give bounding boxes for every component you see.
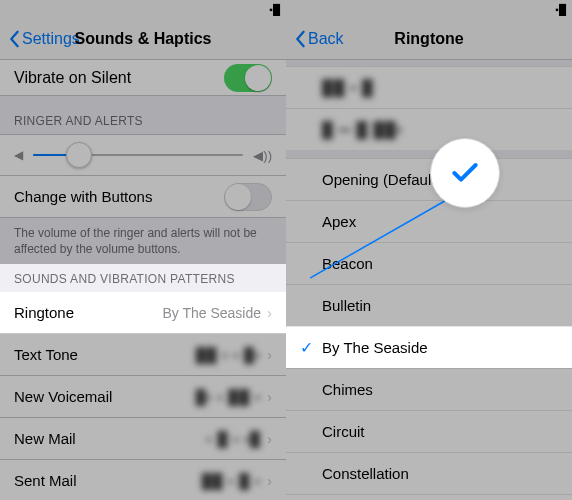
row-label: New Mail	[14, 430, 76, 447]
ringtone-option[interactable]: █ ▪▪ █ ██▪	[286, 108, 572, 150]
checkmark-icon: ✓	[300, 338, 322, 357]
ringtone-row[interactable]: Ringtone By The Seaside ›	[0, 292, 286, 334]
battery-icon: ▪█	[269, 4, 280, 15]
spacer	[286, 150, 572, 158]
change-buttons-toggle[interactable]	[224, 183, 272, 211]
option-label: Apex	[322, 213, 356, 230]
ringtone-option[interactable]: ██ ▪ █	[286, 66, 572, 108]
volume-note: The volume of the ringer and alerts will…	[0, 218, 286, 264]
section-patterns: SOUNDS AND VIBRATION PATTERNS	[0, 264, 286, 292]
ringtone-option[interactable]: Apex	[286, 200, 572, 242]
row-value: ▪ █ ▪ ▪█	[207, 431, 261, 447]
ringtone-option[interactable]: Opening (Default)	[286, 158, 572, 200]
ringtone-option-selected[interactable]: ✓ By The Seaside	[286, 326, 572, 368]
row-value: ██ ▪ ▪ █▪	[196, 347, 261, 363]
ringtone-label: Ringtone	[14, 304, 74, 321]
ringtone-option[interactable]: Constellation	[286, 452, 572, 494]
back-button[interactable]: Back	[294, 30, 344, 48]
option-label: Chimes	[322, 381, 373, 398]
ringtone-option[interactable]: Circuit	[286, 410, 572, 452]
option-label: Constellation	[322, 465, 409, 482]
chevron-right-icon: ›	[267, 388, 272, 405]
speaker-high-icon: ◀))	[253, 148, 272, 163]
chevron-right-icon: ›	[267, 346, 272, 363]
change-buttons-label: Change with Buttons	[14, 188, 152, 205]
row-label: New Voicemail	[14, 388, 112, 405]
slider-knob[interactable]	[66, 142, 92, 168]
option-label: By The Seaside	[322, 339, 428, 356]
chevron-right-icon: ›	[267, 472, 272, 489]
option-label: Beacon	[322, 255, 373, 272]
new-mail-row[interactable]: New Mail ▪ █ ▪ ▪█ ›	[0, 418, 286, 460]
row-label: Text Tone	[14, 346, 78, 363]
ringtone-option[interactable]: Bulletin	[286, 284, 572, 326]
nav-bar: Back Ringtone	[286, 18, 572, 60]
option-label: Circuit	[322, 423, 365, 440]
row-value: █▪ ▪ ██ ▪	[196, 389, 261, 405]
callout-check-bubble	[430, 138, 500, 208]
sent-mail-row[interactable]: Sent Mail ██ ▪ █ ▪ ›	[0, 460, 286, 500]
back-label: Back	[308, 30, 344, 48]
right-screen: ▪█ Back Ringtone ██ ▪ █ █ ▪▪ █ ██▪ Openi…	[286, 0, 572, 500]
vibrate-silent-toggle[interactable]	[224, 64, 272, 92]
back-label: Settings	[22, 30, 80, 48]
vibrate-silent-row[interactable]: Vibrate on Silent	[0, 60, 286, 96]
chevron-right-icon: ›	[267, 304, 272, 321]
chevron-left-icon	[8, 30, 20, 48]
vibrate-silent-label: Vibrate on Silent	[14, 69, 131, 87]
slider-track[interactable]	[33, 154, 243, 156]
nav-bar: Settings Sounds & Haptics	[0, 18, 286, 60]
row-label: Sent Mail	[14, 472, 77, 489]
ringtone-value: By The Seaside	[162, 305, 261, 321]
volume-slider-row[interactable]: ◀ ◀))	[0, 134, 286, 176]
back-button[interactable]: Settings	[8, 30, 80, 48]
row-value: ██ ▪ █ ▪	[202, 473, 261, 489]
ringtone-option[interactable]: Cosmic	[286, 494, 572, 500]
ringtone-option[interactable]: Beacon	[286, 242, 572, 284]
change-buttons-row[interactable]: Change with Buttons	[0, 176, 286, 218]
option-label: Bulletin	[322, 297, 371, 314]
section-ringer: RINGER AND ALERTS	[0, 96, 286, 134]
speaker-low-icon: ◀	[14, 148, 23, 162]
new-voicemail-row[interactable]: New Voicemail █▪ ▪ ██ ▪ ›	[0, 376, 286, 418]
text-tone-row[interactable]: Text Tone ██ ▪ ▪ █▪ ›	[0, 334, 286, 376]
ringtone-option[interactable]: Chimes	[286, 368, 572, 410]
option-label: █ ▪▪ █ ██▪	[322, 121, 403, 138]
option-label: ██ ▪ █	[322, 79, 374, 96]
status-bar: ▪█	[0, 0, 286, 18]
option-label: Opening (Default)	[322, 171, 440, 188]
status-bar: ▪█	[286, 0, 572, 18]
left-screen: ▪█ Settings Sounds & Haptics Vibrate on …	[0, 0, 286, 500]
check-icon	[449, 157, 481, 189]
chevron-right-icon: ›	[267, 430, 272, 447]
battery-icon: ▪█	[555, 4, 566, 15]
chevron-left-icon	[294, 30, 306, 48]
